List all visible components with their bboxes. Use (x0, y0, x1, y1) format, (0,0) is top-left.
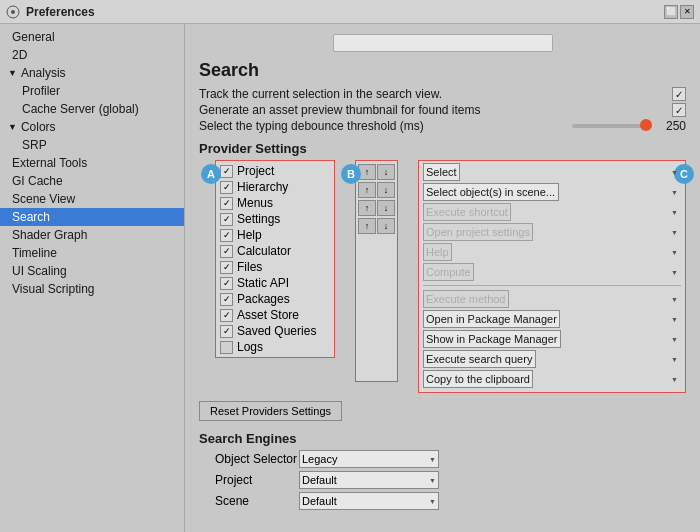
provider-label-1: Hierarchy (237, 180, 288, 194)
dropdown-wrap-9: Show in Package Manager (423, 330, 681, 348)
arrow-spacer-5 (358, 325, 395, 343)
provider-item-3: Settings (220, 211, 330, 227)
provider-item-11: Logs (220, 339, 330, 355)
sidebar-item-cache-server[interactable]: Cache Server (global) (0, 100, 184, 118)
provider-item-9: Asset Store (220, 307, 330, 323)
sidebar-item-analysis[interactable]: ▼Analysis (0, 64, 184, 82)
engine-select-0[interactable]: Legacy (299, 450, 439, 468)
sidebar-item-search[interactable]: Search (0, 208, 184, 226)
sidebar-item-scene-view[interactable]: Scene View (0, 190, 184, 208)
provider-checkbox-0[interactable] (220, 165, 233, 178)
arrow-down-0[interactable]: ↓ (377, 164, 395, 180)
provider-item-5: Calculator (220, 243, 330, 259)
sidebar-item-gi-cache[interactable]: GI Cache (0, 172, 184, 190)
dropdown-item-11: Copy to the clipboard (423, 370, 681, 388)
title-bar: Preferences ⬜ ✕ (0, 0, 700, 24)
provider-checkbox-9[interactable] (220, 309, 233, 322)
arrow-spacer-7 (358, 361, 395, 379)
dropdown-wrap-2: Execute shortcut (423, 203, 681, 221)
triangle-icon: ▼ (8, 122, 17, 132)
resize-button[interactable]: ⬜ (664, 5, 678, 19)
dropdown-wrap-3: Open project settings (423, 223, 681, 241)
dropdown-select-8[interactable]: Open in Package Manager (423, 310, 560, 328)
provider-label-10: Saved Queries (237, 324, 316, 338)
provider-checkbox-1[interactable] (220, 181, 233, 194)
sidebar-item-ui-scaling[interactable]: UI Scaling (0, 262, 184, 280)
search-input[interactable] (333, 34, 553, 52)
dropdown-item-4: Help (423, 243, 681, 261)
sidebar-item-timeline[interactable]: Timeline (0, 244, 184, 262)
dropdowns-list: SelectSelect object(s) in scene...Execut… (418, 160, 686, 393)
dropdown-select-1[interactable]: Select object(s) in scene... (423, 183, 559, 201)
debounce-slider[interactable] (572, 124, 652, 128)
provider-item-0: Project (220, 163, 330, 179)
arrow-down-3[interactable]: ↓ (377, 218, 395, 234)
sidebar-item-external-tools[interactable]: External Tools (0, 154, 184, 172)
col-b: B ↑↓↑↓↑↓↑↓ (355, 160, 398, 393)
provider-checkbox-11[interactable] (220, 341, 233, 354)
engine-dropdown-wrap-0: Legacy (299, 450, 439, 468)
provider-checkbox-10[interactable] (220, 325, 233, 338)
dropdown-wrap-0: Select (423, 163, 681, 181)
arrow-down-2[interactable]: ↓ (377, 200, 395, 216)
info-label-1: Track the current selection in the searc… (199, 87, 442, 101)
provider-list: ProjectHierarchyMenusSettingsHelpCalcula… (215, 160, 335, 358)
dropdown-select-10[interactable]: Execute search query (423, 350, 536, 368)
dropdown-select-9[interactable]: Show in Package Manager (423, 330, 561, 348)
dropdown-item-8: Open in Package Manager (423, 310, 681, 328)
engine-select-1[interactable]: Default (299, 471, 439, 489)
checkbox-1[interactable] (672, 87, 686, 101)
provider-checkbox-2[interactable] (220, 197, 233, 210)
provider-item-8: Packages (220, 291, 330, 307)
sidebar-item-label: Colors (21, 120, 56, 134)
arrow-up-2[interactable]: ↑ (358, 200, 376, 216)
engine-label-1: Project (199, 473, 299, 487)
provider-label-2: Menus (237, 196, 273, 210)
slider-wrap: 250 (572, 119, 686, 133)
dropdown-item-3: Open project settings (423, 223, 681, 241)
sidebar-item-srp[interactable]: SRP (0, 136, 184, 154)
provider-item-6: Files (220, 259, 330, 275)
sidebar-item-general[interactable]: General (0, 28, 184, 46)
checkbox-2[interactable] (672, 103, 686, 117)
arrow-spacer-4 (358, 307, 395, 325)
arrow-spacer-2 (358, 271, 395, 289)
provider-label-8: Packages (237, 292, 290, 306)
dropdown-select-11[interactable]: Copy to the clipboard (423, 370, 533, 388)
arrow-spacer-3 (358, 289, 395, 307)
dropdown-select-3: Open project settings (423, 223, 533, 241)
engine-dropdown-wrap-2: Default (299, 492, 439, 510)
sidebar-item-visual-scripting[interactable]: Visual Scripting (0, 280, 184, 298)
label-a: A (201, 164, 221, 184)
provider-checkbox-5[interactable] (220, 245, 233, 258)
provider-label-3: Settings (237, 212, 280, 226)
slider-row: Select the typing debounce threshold (ms… (199, 119, 686, 133)
arrow-up-1[interactable]: ↑ (358, 182, 376, 198)
engine-dropdown-wrap-1: Default (299, 471, 439, 489)
content-title: Search (199, 60, 686, 81)
provider-checkbox-4[interactable] (220, 229, 233, 242)
provider-item-4: Help (220, 227, 330, 243)
provider-item-2: Menus (220, 195, 330, 211)
reset-button[interactable]: Reset Providers Settings (199, 401, 342, 421)
provider-checkbox-7[interactable] (220, 277, 233, 290)
sidebar-item-colors[interactable]: ▼Colors (0, 118, 184, 136)
dropdown-select-0[interactable]: Select (423, 163, 460, 181)
close-button[interactable]: ✕ (680, 5, 694, 19)
provider-checkbox-3[interactable] (220, 213, 233, 226)
arrow-up-3[interactable]: ↑ (358, 218, 376, 234)
arrow-down-1[interactable]: ↓ (377, 182, 395, 198)
info-label-2: Generate an asset preview thumbnail for … (199, 103, 480, 117)
sidebar-item-shader-graph[interactable]: Shader Graph (0, 226, 184, 244)
sidebar-item-profiler[interactable]: Profiler (0, 82, 184, 100)
dropdown-item-0: Select (423, 163, 681, 181)
dropdown-wrap-1: Select object(s) in scene... (423, 183, 681, 201)
engine-row-2: SceneDefault (199, 492, 686, 510)
provider-checkbox-8[interactable] (220, 293, 233, 306)
provider-checkbox-6[interactable] (220, 261, 233, 274)
dropdown-select-2: Execute shortcut (423, 203, 511, 221)
engine-select-2[interactable]: Default (299, 492, 439, 510)
sidebar-item-2d[interactable]: 2D (0, 46, 184, 64)
dropdown-select-5: Compute (423, 263, 474, 281)
provider-label-11: Logs (237, 340, 263, 354)
